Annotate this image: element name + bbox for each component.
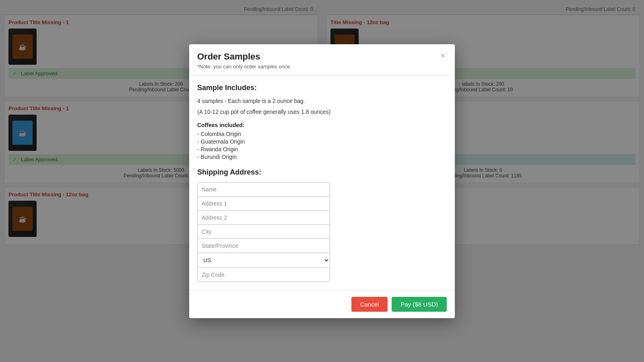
coffee-item-2: - Rwanda Origin <box>197 146 447 152</box>
state-input[interactable] <box>198 239 330 253</box>
name-input[interactable] <box>198 183 330 197</box>
shipping-section: Shipping Address: US CA GB AU DE FR <box>197 168 447 282</box>
address1-input[interactable] <box>198 197 330 211</box>
cancel-button[interactable]: Cancel <box>351 297 388 312</box>
modal-footer: Cancel Pay ($8 USD) <box>189 290 455 318</box>
coffee-item-0: - Colombia Origin <box>197 131 447 137</box>
zip-input[interactable] <box>198 268 330 282</box>
shipping-title: Shipping Address: <box>197 168 447 177</box>
country-select[interactable]: US CA GB AU DE FR <box>198 253 330 268</box>
address2-input[interactable] <box>198 211 330 225</box>
coffee-item-3: - Burundi Origin <box>197 154 447 160</box>
modal-title: Order Samples <box>197 51 290 62</box>
address-form: US CA GB AU DE FR <box>197 182 330 282</box>
sample-section-title: Sample Includes: <box>197 84 447 92</box>
coffees-label: Coffees included: <box>197 122 447 128</box>
coffee-item-1: - Guatemala Origin <box>197 138 447 145</box>
modal-header: Order Samples *Note: you can only order … <box>189 44 455 76</box>
order-samples-modal: Order Samples *Note: you can only order … <box>189 44 455 318</box>
modal-subtitle: *Note: you can only order samples once <box>197 64 290 70</box>
modal-overlay: Order Samples *Note: you can only order … <box>0 0 644 362</box>
sample-desc-line2: (A 10-12 cup pot of coffee generally use… <box>197 108 447 116</box>
pay-button[interactable]: Pay ($8 USD) <box>392 297 447 312</box>
modal-title-block: Order Samples *Note: you can only order … <box>197 51 290 70</box>
modal-close-button[interactable]: × <box>439 51 447 60</box>
city-input[interactable] <box>198 225 330 239</box>
modal-body: Sample Includes: 4 samples - Each sample… <box>189 76 455 290</box>
sample-desc-line1: 4 samples - Each sample is a 2 ounce bag… <box>197 97 447 105</box>
